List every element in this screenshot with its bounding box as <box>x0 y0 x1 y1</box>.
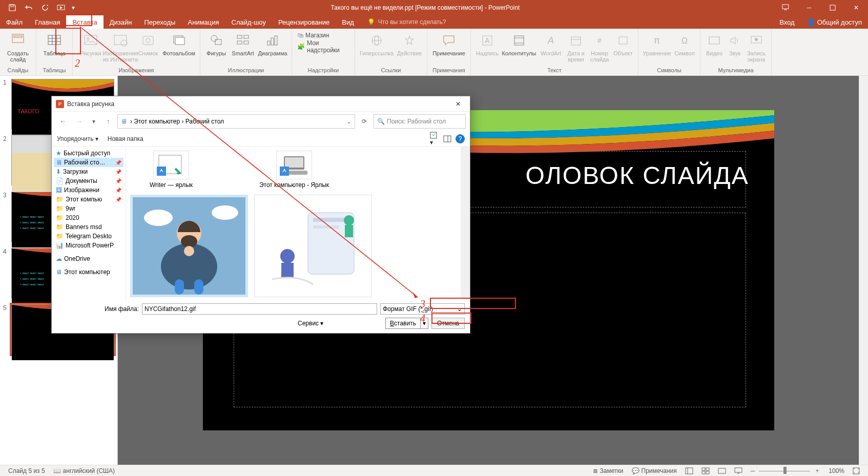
nav-quick-access[interactable]: ★Быстрый доступ <box>54 149 123 158</box>
nav-thispc[interactable]: 🖥Этот компьютер <box>54 267 123 277</box>
redo-icon[interactable] <box>37 1 53 15</box>
header-footer-button[interactable]: Колонтитулы <box>501 30 538 56</box>
preview-pane-button[interactable] <box>443 135 451 142</box>
sorter-view-icon[interactable] <box>697 465 714 476</box>
file-item[interactable]: анализ.gif <box>254 195 372 299</box>
comments-button[interactable]: 💬Примечания <box>628 465 681 476</box>
maximize-button[interactable] <box>821 0 844 15</box>
refresh-button[interactable]: ⟳ <box>357 114 371 129</box>
undo-icon[interactable] <box>20 1 37 15</box>
my-addins-button[interactable]: 🧩Мои надстройки <box>295 41 352 52</box>
screen-recording-button[interactable]: Запись экрана <box>745 30 768 63</box>
filename-input[interactable] <box>142 303 377 315</box>
zoom-in-button[interactable]: ＋ <box>810 465 824 476</box>
zoom-slider[interactable] <box>759 465 810 476</box>
file-item[interactable]: Writer — ярлык <box>130 151 212 189</box>
normal-view-icon[interactable] <box>681 465 697 476</box>
nav-onedrive[interactable]: ☁OneDrive <box>54 254 123 263</box>
save-icon[interactable] <box>4 1 20 15</box>
qat-dropdown-icon[interactable]: ▾ <box>70 1 77 15</box>
downloads-icon: ⬇ <box>56 168 61 175</box>
signin-button[interactable]: Вход <box>773 15 800 29</box>
nav-tree[interactable]: ★Быстрый доступ 🖥Рабочий сто…📌 ⬇Загрузки… <box>52 147 126 299</box>
chart-button[interactable]: Диаграмма <box>257 30 288 56</box>
pictures-button[interactable]: Рисунки <box>76 30 106 56</box>
comment-button[interactable]: Примечание <box>430 30 467 56</box>
tab-file[interactable]: Файл <box>0 15 29 29</box>
tab-view[interactable]: Вид <box>336 15 360 29</box>
equation-button[interactable]: πУравнение <box>642 30 672 56</box>
search-box[interactable]: 🔍 Поиск: Рабочий стол <box>374 114 466 129</box>
slideshow-view-icon[interactable] <box>730 465 747 476</box>
smartart-button[interactable]: SmartArt <box>229 30 257 56</box>
dialog-close-button[interactable]: ✕ <box>450 100 466 108</box>
nav-folder-9wr[interactable]: 📁9wr <box>54 204 123 213</box>
fit-slide-icon[interactable] <box>849 465 864 476</box>
table-button[interactable]: Таблица <box>39 30 69 56</box>
share-button[interactable]: 👤 Общий доступ <box>801 15 868 29</box>
symbol-button[interactable]: ΩСимвол <box>672 30 697 56</box>
online-pictures-button[interactable]: Изображения из Интернета <box>106 30 135 63</box>
tools-button[interactable]: Сервис ▾ <box>298 320 323 327</box>
zoom-out-button[interactable]: ─ <box>747 465 759 476</box>
tab-insert[interactable]: Вставка <box>66 15 103 29</box>
audio-button[interactable]: Звук <box>725 30 745 56</box>
cancel-button[interactable]: Отмена <box>431 318 465 329</box>
wordart-button[interactable]: AWordArt <box>538 30 564 56</box>
video-button[interactable]: Видео <box>704 30 725 56</box>
tab-slideshow[interactable]: Слайд-шоу <box>225 15 272 29</box>
forward-button[interactable]: → <box>72 114 87 129</box>
minimize-button[interactable]: ─ <box>797 0 821 15</box>
up-folder-button[interactable]: ↑ <box>101 114 115 129</box>
tab-review[interactable]: Рецензирование <box>272 15 336 29</box>
tab-home[interactable]: Главная <box>29 15 66 29</box>
insert-button[interactable]: ВВставитьставить▾ <box>385 318 428 329</box>
nav-folder-telegram[interactable]: 📁Telegram Deskto <box>54 232 123 241</box>
file-type-combo[interactable]: Формат GIF (*.gif)⌄ <box>380 303 465 315</box>
tell-me-search[interactable]: 💡 Что вы хотите сделать? <box>360 15 446 29</box>
nav-folder-banners[interactable]: 📁Banners msd <box>54 222 123 232</box>
file-scrollbar[interactable] <box>461 147 470 299</box>
back-button[interactable]: ← <box>56 114 70 129</box>
photo-album-button[interactable]: Фотоальбом <box>161 30 197 56</box>
slide-title-placeholder[interactable]: ОЛОВОК СЛАЙДА <box>526 161 749 190</box>
new-slide-button[interactable]: Создать слайд <box>3 30 33 63</box>
date-time-button[interactable]: Дата и время <box>564 30 588 63</box>
shapes-button[interactable]: Фигуры <box>203 30 229 56</box>
notes-button[interactable]: ≣Заметки <box>589 465 628 476</box>
nav-folder-powerpoint[interactable]: 📊Microsoft PowerP <box>54 241 123 250</box>
ribbon-options-icon[interactable] <box>774 0 797 15</box>
nav-desktop[interactable]: 🖥Рабочий сто…📌 <box>54 158 123 167</box>
nav-pictures[interactable]: 🖼Изображени📌 <box>54 185 123 195</box>
close-button[interactable]: ✕ <box>844 0 868 15</box>
view-options-button[interactable]: ▾ <box>430 132 439 146</box>
vertical-scrollbar[interactable] <box>859 76 868 465</box>
nav-folder-2020[interactable]: 📁2020 <box>54 213 123 222</box>
file-list[interactable]: Writer — ярлык Этот компьютер - Ярлык NY… <box>126 147 461 299</box>
help-button[interactable]: ? <box>456 134 465 143</box>
file-item[interactable]: Этот компьютер - Ярлык <box>253 151 335 189</box>
nav-downloads[interactable]: ⬇Загрузки📌 <box>54 167 123 176</box>
organize-button[interactable]: Упорядочить ▾ <box>57 135 98 142</box>
file-item-selected[interactable]: NYCGifathon12.gif <box>130 195 248 299</box>
zoom-label[interactable]: 100% <box>824 465 849 476</box>
nav-thispc-shortcut[interactable]: 📁Этот компью📌 <box>54 195 123 204</box>
reading-view-icon[interactable] <box>714 465 730 476</box>
hyperlink-button[interactable]: Гиперссылка <box>358 30 395 56</box>
tab-animations[interactable]: Анимация <box>181 15 225 29</box>
tab-design[interactable]: Дизайн <box>104 15 138 29</box>
language-indicator[interactable]: 📖 английский (США) <box>49 465 119 476</box>
tab-transitions[interactable]: Переходы <box>138 15 181 29</box>
slide-number-button[interactable]: #Номер слайда <box>588 30 611 63</box>
startfromslide-icon[interactable] <box>53 1 70 15</box>
action-button[interactable]: Действие <box>395 30 424 56</box>
textbox-button[interactable]: AНадпись <box>474 30 501 56</box>
address-bar[interactable]: 🖥 › Этот компьютер › Рабочий стол ⌄ <box>117 114 355 129</box>
svg-point-84 <box>344 215 354 225</box>
new-folder-button[interactable]: Новая папка <box>108 135 143 142</box>
object-button[interactable]: Объект <box>611 30 635 56</box>
screenshot-button[interactable]: Снимок <box>135 30 161 56</box>
nav-documents[interactable]: 📄Документы📌 <box>54 176 123 185</box>
up-button[interactable]: ▾ <box>89 114 99 129</box>
slide-counter[interactable]: Слайд 5 из 5 <box>4 465 49 476</box>
